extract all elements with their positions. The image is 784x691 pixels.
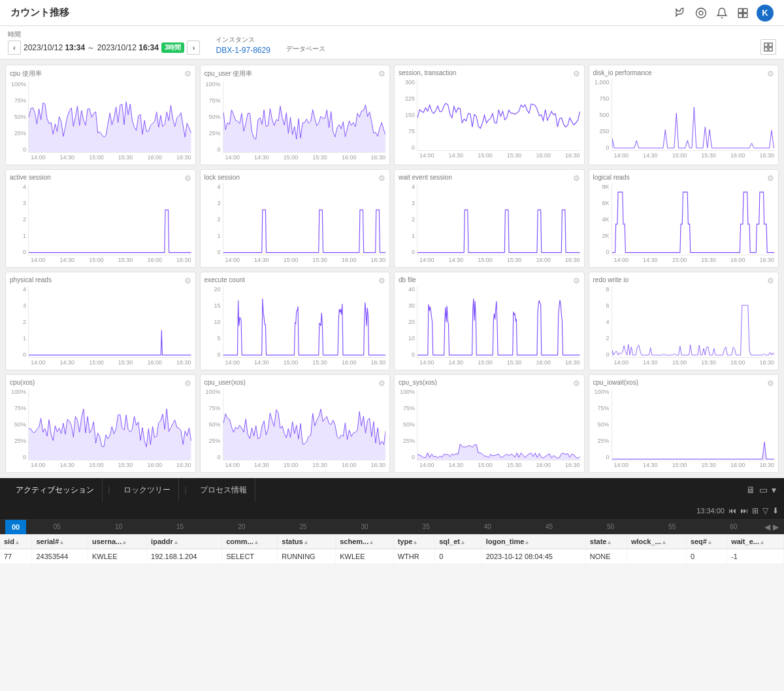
chart-settings-icon-c16[interactable]: ⚙: [767, 379, 774, 388]
instance-value: DBX-1-97-8629: [216, 46, 270, 55]
chart-svg-c11: [417, 286, 580, 357]
chart-settings-icon-c1[interactable]: ⚙: [184, 69, 191, 78]
col-logon_time[interactable]: logon_time▴: [482, 534, 585, 549]
timescale-tick[interactable]: 20: [238, 523, 245, 530]
chart-settings-icon-c11[interactable]: ⚙: [573, 276, 580, 285]
chart-inner-c12: [612, 286, 775, 358]
target-icon[interactable]: [694, 6, 708, 20]
col-seq_[interactable]: seq#▴: [686, 534, 727, 549]
chart-settings-icon-c14[interactable]: ⚙: [378, 379, 385, 388]
chart-settings-icon-c7[interactable]: ⚙: [573, 174, 580, 183]
timescale-right: ◀ ▶: [764, 522, 784, 532]
chart-settings-icon-c4[interactable]: ⚙: [767, 69, 774, 78]
toolbar-right: [760, 39, 776, 55]
table-cell-status: RUNNING: [278, 549, 336, 564]
table-row[interactable]: 7724353544KWLEE192.168.1.204SELECTRUNNIN…: [0, 549, 784, 564]
skip-fwd-icon[interactable]: ⏭: [740, 506, 748, 515]
monitor-icon[interactable]: 🖥: [746, 485, 755, 495]
chart-settings-icon-c12[interactable]: ⚙: [767, 276, 774, 285]
chart-yaxis-c15: 100%75%50%25%0: [399, 389, 417, 460]
skip-back-icon[interactable]: ⏮: [728, 506, 736, 515]
chart-settings-icon-c13[interactable]: ⚙: [184, 379, 191, 388]
col-sql_et[interactable]: sql_et▴: [435, 534, 482, 549]
timescale-tick[interactable]: 10: [115, 523, 122, 530]
chart-xaxis-c12: 14:0014:3015:0015:3016:0016:30: [593, 358, 775, 366]
timescale-tick[interactable]: 60: [730, 523, 737, 530]
grid3-icon[interactable]: ⊞: [752, 506, 759, 515]
timescale-tick[interactable]: 55: [668, 523, 676, 530]
next-btn[interactable]: ›: [187, 40, 200, 55]
table-cell-logon_time: 2023-10-12 08:04:45: [482, 549, 585, 564]
chart-settings-icon-c6[interactable]: ⚙: [378, 174, 385, 183]
tab-active-session[interactable]: アクティブセッション: [8, 478, 103, 502]
chart-yaxis-c5: 43210: [10, 184, 28, 255]
chart-settings-icon-c2[interactable]: ⚙: [378, 69, 385, 78]
timescale-tick[interactable]: 35: [423, 523, 430, 530]
chart-svg-c7: [417, 184, 580, 255]
time-badge: 3時間: [161, 42, 185, 53]
chart-xaxis-c3: 14:0014:3015:0015:3016:0016:30: [399, 151, 580, 159]
chart-settings-icon-c8[interactable]: ⚙: [767, 174, 774, 183]
timescale-tick[interactable]: 40: [484, 523, 491, 530]
chevron-down-icon[interactable]: ▾: [772, 485, 776, 495]
timescale-tick[interactable]: 45: [546, 523, 553, 530]
layout-icon[interactable]: [736, 6, 750, 20]
timescale-tick[interactable]: 50: [607, 523, 614, 530]
timescale-tick[interactable]: 30: [361, 523, 368, 530]
charts-grid: cpu 使用率⚙100%75%50%25%0 14:0014:3015:0015…: [5, 65, 779, 473]
megaphone-icon[interactable]: [673, 6, 687, 20]
chart-settings-icon-c3[interactable]: ⚙: [573, 69, 580, 78]
chart-settings-icon-c10[interactable]: ⚙: [378, 276, 385, 285]
svg-rect-6: [764, 43, 768, 46]
tab-lock-tree[interactable]: ロックツリー: [116, 478, 179, 502]
col-userna___[interactable]: userna...▴: [88, 534, 146, 549]
col-schem___[interactable]: schem...▴: [336, 534, 393, 549]
col-type[interactable]: type▴: [393, 534, 435, 549]
bottom-tab-icons: 🖥 ▭ ▾: [746, 485, 776, 495]
timeline-bar: 13:34:00 ⏮ ⏭ ⊞ ▽ ⬇: [0, 502, 784, 520]
chart-body-c15: 100%75%50%25%0: [399, 389, 580, 460]
chart-xaxis-c15: 14:0014:3015:0015:3016:0016:30: [399, 460, 580, 468]
download-icon[interactable]: ⬇: [772, 506, 779, 515]
filter-icon[interactable]: ▽: [762, 506, 768, 515]
chart-settings-icon-c15[interactable]: ⚙: [573, 379, 580, 388]
col-state[interactable]: state▴: [585, 534, 627, 549]
col-comm___[interactable]: comm...▴: [222, 534, 278, 549]
chart-yaxis-c3: 300225150750: [399, 79, 417, 151]
chart-card-c11: db file⚙40302010014:0014:3015:0015:3016:…: [394, 272, 585, 370]
col-status[interactable]: status▴: [278, 534, 336, 549]
bottom-panel: アクティブセッション ｜ ロックツリー ｜ プロセス情報 🖥 ▭ ▾ 13:34…: [0, 478, 784, 564]
grid-view-btn[interactable]: [760, 39, 776, 55]
toolbar: 時間 ‹ 2023/10/12 13:34 ～ 2023/10/12 16:34…: [0, 26, 784, 59]
sort-icon: ▴: [255, 539, 258, 545]
chart-title-c8: logical reads: [593, 174, 775, 181]
bell-icon[interactable]: [715, 6, 729, 20]
timescale-tick[interactable]: 05: [54, 523, 61, 530]
timescale-ticks: 051015202530354045505560: [26, 523, 764, 530]
chart-svg-c12: [612, 286, 775, 357]
timescale: 00 051015202530354045505560 ◀ ▶: [0, 520, 784, 534]
prev-btn[interactable]: ‹: [8, 40, 21, 55]
chart-card-c10: execute count⚙2015105014:0014:3015:0015:…: [200, 272, 391, 370]
chart-svg-c15: [417, 389, 580, 460]
svg-rect-9: [769, 48, 772, 51]
header-icons: K: [673, 5, 774, 22]
col-wlock____[interactable]: wlock_...▴: [627, 534, 686, 549]
svg-rect-5: [743, 13, 747, 17]
svg-point-1: [699, 11, 703, 15]
timescale-prev[interactable]: ◀: [764, 522, 770, 532]
user-avatar[interactable]: K: [757, 5, 774, 22]
col-wait_e___[interactable]: wait_e...▴: [727, 534, 784, 549]
col-serial_[interactable]: serial#▴: [32, 534, 88, 549]
col-ipaddr[interactable]: ipaddr▴: [147, 534, 222, 549]
timescale-active[interactable]: 00: [5, 520, 26, 534]
timescale-tick[interactable]: 15: [176, 523, 184, 530]
timescale-tick[interactable]: 25: [299, 523, 306, 530]
tab-process-info[interactable]: プロセス情報: [192, 478, 255, 502]
chart-settings-icon-c5[interactable]: ⚙: [184, 174, 191, 183]
col-sid[interactable]: sid▴: [0, 534, 32, 549]
chart-inner-c1: [28, 81, 191, 153]
timescale-next[interactable]: ▶: [773, 522, 779, 532]
chart-settings-icon-c9[interactable]: ⚙: [184, 276, 191, 285]
layout2-icon[interactable]: ▭: [759, 485, 768, 495]
